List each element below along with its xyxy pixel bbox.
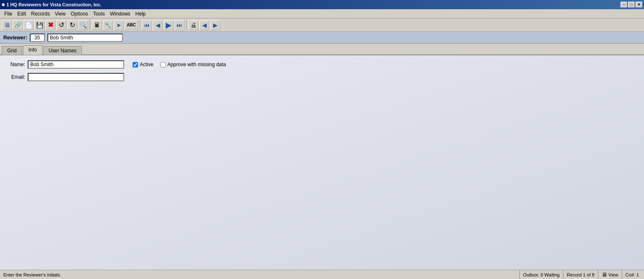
reviewer-name-input[interactable]: [47, 34, 123, 42]
spell-button[interactable]: ABC: [125, 20, 138, 30]
print-icon: 🖨: [190, 22, 196, 28]
name-row: Name: Active Approve with missing data: [7, 60, 637, 69]
undo-button[interactable]: ↺: [56, 20, 66, 30]
toolbar-separator-3: [186, 21, 187, 29]
email-label: Email:: [7, 74, 28, 80]
link-icon: 🔗: [14, 22, 21, 28]
reviewer-bar: Reviewer:: [0, 32, 644, 44]
search-icon: 🔍: [80, 22, 87, 28]
nav-prev-icon: ◀: [156, 22, 160, 28]
nav-last-button[interactable]: ⏭: [175, 20, 185, 30]
app-icon: ■: [2, 2, 5, 8]
new-doc-button[interactable]: 📄: [23, 20, 34, 30]
title-bar: ■ 1 HQ Reviewers for Vista Construction,…: [0, 0, 644, 9]
tab-grid[interactable]: Grid: [2, 46, 22, 55]
delete-icon: ✖: [48, 21, 53, 29]
arrow-icon: ➤: [116, 22, 121, 28]
new-doc-icon: 📄: [25, 22, 32, 28]
menu-options[interactable]: Options: [68, 10, 91, 18]
redo-button[interactable]: ↻: [67, 20, 77, 30]
spell-icon: ABC: [127, 23, 136, 27]
save-button[interactable]: 💾: [34, 20, 44, 30]
window-title: 1 HQ Reviewers for Vista Construction, I…: [6, 2, 102, 7]
tools-button[interactable]: 🔧: [103, 20, 113, 30]
calc-icon: 🖩: [94, 22, 100, 28]
undo-icon: ↺: [59, 21, 64, 29]
reviewer-id-input[interactable]: [30, 34, 45, 42]
print-forward-button[interactable]: ▶: [210, 20, 220, 30]
menu-view[interactable]: View: [52, 10, 68, 18]
checkbox-group: Active Approve with missing data: [133, 62, 226, 67]
nav-next-button[interactable]: ▶: [164, 20, 174, 30]
email-row: Email:: [7, 73, 637, 81]
print-back-button[interactable]: ◀: [199, 20, 209, 30]
tab-usernames[interactable]: User Names: [43, 46, 82, 55]
name-label: Name:: [7, 62, 28, 67]
search-button[interactable]: 🔍: [78, 20, 88, 30]
save-icon: 💾: [36, 22, 43, 28]
close-button[interactable]: ✕: [636, 2, 642, 8]
nav-prev-button[interactable]: ◀: [153, 20, 163, 30]
toolbar: 🖥 🔗 📄 💾 ✖ ↺ ↻ 🔍 🖩 🔧 ➤ ABC ⏮ ◀ ▶ ⏭: [0, 18, 644, 32]
tools-icon: 🔧: [104, 22, 112, 28]
title-bar-controls: ─ □ ✕: [621, 2, 642, 8]
approve-missing-checkbox[interactable]: [160, 62, 166, 67]
active-checkbox[interactable]: [133, 62, 138, 67]
active-label: Active: [140, 62, 154, 67]
menu-records[interactable]: Records: [29, 10, 52, 18]
link-button[interactable]: 🔗: [13, 20, 23, 30]
menu-help[interactable]: Help: [133, 10, 149, 18]
approve-missing-label: Approve with missing data: [167, 62, 226, 67]
toolbar-separator-2: [140, 21, 140, 29]
redo-icon: ↻: [70, 21, 75, 29]
monitor-icon: 🖥: [4, 21, 10, 28]
arrow-button[interactable]: ➤: [114, 20, 124, 30]
tab-bar: Grid Info User Names: [0, 44, 644, 55]
monitor-button[interactable]: 🖥: [2, 20, 12, 30]
menu-edit[interactable]: Edit: [15, 10, 29, 18]
title-bar-left: ■ 1 HQ Reviewers for Vista Construction,…: [2, 2, 102, 8]
nav-first-button[interactable]: ⏮: [142, 20, 152, 30]
active-checkbox-item: Active: [133, 62, 154, 67]
calc-button[interactable]: 🖩: [92, 20, 102, 30]
print-button[interactable]: 🖨: [188, 20, 198, 30]
print-forward-icon: ▶: [213, 22, 218, 28]
email-input[interactable]: [28, 73, 124, 81]
print-back-icon: ◀: [202, 22, 207, 28]
delete-button[interactable]: ✖: [45, 20, 55, 30]
menu-windows[interactable]: Windows: [107, 10, 133, 18]
menu-tools[interactable]: Tools: [91, 10, 107, 18]
nav-first-icon: ⏮: [144, 22, 150, 28]
nav-last-icon: ⏭: [177, 22, 183, 28]
reviewer-label: Reviewer:: [3, 35, 27, 41]
menu-bar: File Edit Records View Options Tools Win…: [0, 9, 644, 18]
name-input[interactable]: [28, 60, 124, 69]
tab-info[interactable]: Info: [23, 45, 42, 55]
main-content: Name: Active Approve with missing data E…: [0, 55, 644, 270]
maximize-button[interactable]: □: [628, 2, 635, 8]
menu-file[interactable]: File: [2, 10, 15, 18]
toolbar-separator-1: [90, 21, 90, 29]
nav-next-icon: ▶: [166, 21, 172, 30]
approve-checkbox-item: Approve with missing data: [160, 62, 226, 67]
minimize-button[interactable]: ─: [621, 2, 627, 8]
